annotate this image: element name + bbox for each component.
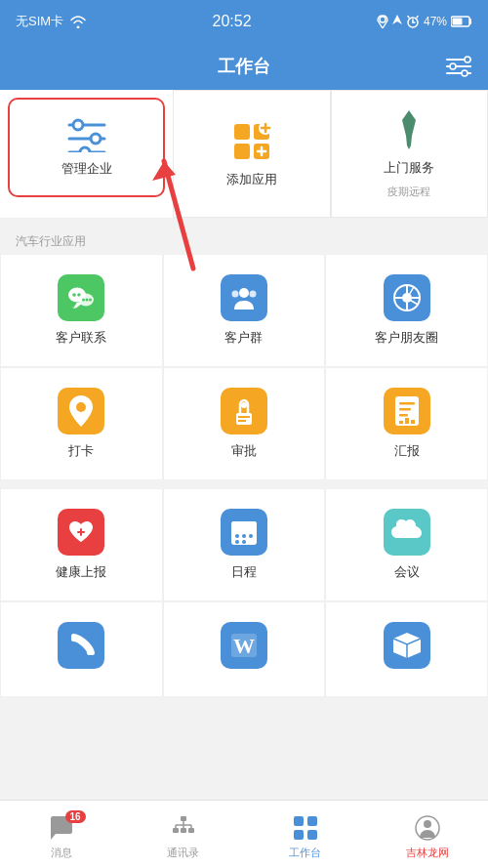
svg-rect-80: [173, 828, 179, 833]
status-bar: 无SIM卡 20:52 47%: [0, 0, 488, 43]
svg-marker-1: [392, 15, 402, 24]
svg-rect-19: [234, 124, 250, 140]
svg-rect-57: [399, 421, 403, 424]
svg-point-52: [241, 402, 247, 408]
svg-point-48: [76, 402, 86, 412]
battery-icon: [451, 16, 472, 27]
checkin-cell[interactable]: 打卡: [0, 367, 163, 480]
messages-badge: 16: [65, 810, 86, 823]
word-cell[interactable]: W: [163, 601, 326, 697]
door-service-cell[interactable]: 上门服务 疫期远程: [331, 90, 488, 218]
word-icon: W: [221, 622, 267, 669]
customer-group-cell[interactable]: 客户群: [163, 254, 326, 367]
add-app-label: 添加应用: [226, 171, 277, 188]
svg-rect-87: [294, 816, 304, 826]
svg-point-68: [235, 540, 239, 544]
svg-point-0: [380, 17, 386, 22]
svg-rect-49: [236, 413, 252, 425]
nav-messages[interactable]: 16 消息: [0, 808, 122, 860]
app-grid-1: 客户联系 客户群: [0, 254, 488, 480]
svg-marker-28: [402, 110, 416, 140]
customer-contact-label: 客户联系: [56, 329, 106, 347]
app-section-2: 健康上报: [0, 488, 488, 697]
sliders-icon: [65, 117, 108, 152]
box-icon: [384, 622, 430, 669]
health-report-cell[interactable]: 健康上报: [0, 488, 163, 601]
calendar-icon: [221, 509, 267, 556]
add-app-cell[interactable]: 添加应用: [173, 90, 330, 218]
svg-rect-70: [231, 521, 257, 529]
svg-rect-21: [234, 144, 250, 159]
door-service-sublabel: 疫期远程: [387, 185, 430, 199]
customer-contact-cell[interactable]: 客户联系: [0, 254, 163, 367]
nav-workbench-label: 工作台: [289, 846, 321, 860]
svg-point-14: [73, 120, 83, 130]
top-grid-row: 管理企业: [0, 90, 488, 218]
svg-marker-29: [406, 136, 412, 149]
customer-moments-label: 客户朋友圈: [375, 329, 438, 347]
svg-point-34: [82, 299, 85, 302]
alarm-icon: [406, 15, 420, 28]
signal-text: 无SIM卡: [16, 13, 63, 30]
app-grid-2: 健康上报: [0, 488, 488, 697]
customer-group-label: 客户群: [224, 329, 263, 347]
svg-rect-54: [399, 402, 415, 405]
svg-point-38: [231, 291, 238, 298]
tie-icon: [394, 108, 424, 151]
wechat-icon: [58, 274, 104, 321]
nav-messages-label: 消息: [51, 846, 72, 860]
svg-point-10: [465, 57, 470, 62]
main-content: 管理企业: [0, 90, 488, 800]
svg-rect-58: [405, 418, 409, 424]
schedule-cell[interactable]: 日程: [163, 488, 326, 601]
meeting-cell[interactable]: 会议: [325, 488, 488, 601]
svg-point-92: [424, 820, 431, 828]
nav-contacts[interactable]: 通讯录: [122, 808, 244, 860]
location-icon: [58, 388, 104, 434]
svg-rect-50: [238, 416, 250, 418]
phone-cell[interactable]: [0, 601, 163, 697]
battery-percent: 47%: [424, 15, 447, 28]
approval-cell[interactable]: 审批: [163, 367, 326, 480]
schedule-label: 日程: [231, 563, 257, 581]
meeting-label: 会议: [394, 563, 420, 581]
health-report-label: 健康上报: [56, 563, 106, 581]
svg-rect-6: [452, 19, 462, 25]
svg-point-72: [236, 523, 240, 527]
svg-point-41: [402, 293, 412, 303]
svg-point-73: [248, 523, 252, 527]
report-label: 汇报: [394, 442, 420, 460]
top-section: 管理企业: [0, 90, 488, 218]
svg-point-69: [242, 540, 246, 544]
svg-point-36: [89, 299, 92, 302]
svg-point-37: [239, 288, 249, 298]
status-left: 无SIM卡: [16, 13, 87, 30]
report-cell[interactable]: 汇报: [325, 367, 488, 480]
status-time: 20:52: [213, 13, 252, 30]
approval-label: 审批: [231, 442, 257, 460]
svg-rect-51: [238, 420, 246, 422]
status-right: 47%: [377, 15, 472, 28]
nav-jilin-label: 吉林龙网: [406, 846, 449, 860]
door-service-label: 上门服务: [384, 159, 434, 177]
svg-point-65: [235, 534, 239, 538]
nav-jilin[interactable]: 吉林龙网: [366, 808, 488, 860]
files-cell[interactable]: [325, 601, 488, 697]
settings-button[interactable]: [445, 56, 472, 77]
svg-rect-88: [307, 816, 317, 826]
cloud-icon: [384, 509, 430, 556]
svg-rect-79: [181, 816, 186, 821]
svg-point-66: [242, 534, 246, 538]
bottom-nav: 16 消息 通讯录: [0, 800, 488, 868]
svg-point-12: [462, 70, 468, 76]
svg-point-39: [249, 291, 256, 298]
nav-workbench[interactable]: 工作台: [244, 808, 366, 860]
manage-enterprise-cell[interactable]: 管理企业: [8, 98, 165, 197]
health-icon: [58, 509, 104, 556]
customer-moments-cell[interactable]: 客户朋友圈: [325, 254, 488, 367]
header-title: 工作台: [218, 55, 270, 78]
svg-point-35: [86, 299, 89, 302]
svg-rect-81: [181, 828, 186, 833]
svg-point-16: [91, 134, 101, 144]
location-icon: [377, 15, 388, 28]
